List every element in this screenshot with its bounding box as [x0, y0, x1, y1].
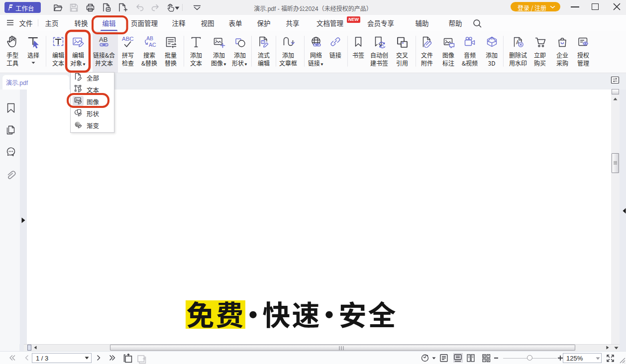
svg-text:A: A	[381, 43, 384, 48]
svg-text:ABC: ABC	[122, 36, 134, 42]
svg-text:AB: AB	[99, 36, 107, 43]
svg-text:T: T	[262, 40, 264, 44]
svg-text:AB: AB	[146, 35, 153, 41]
svg-text:AC: AC	[149, 42, 156, 48]
